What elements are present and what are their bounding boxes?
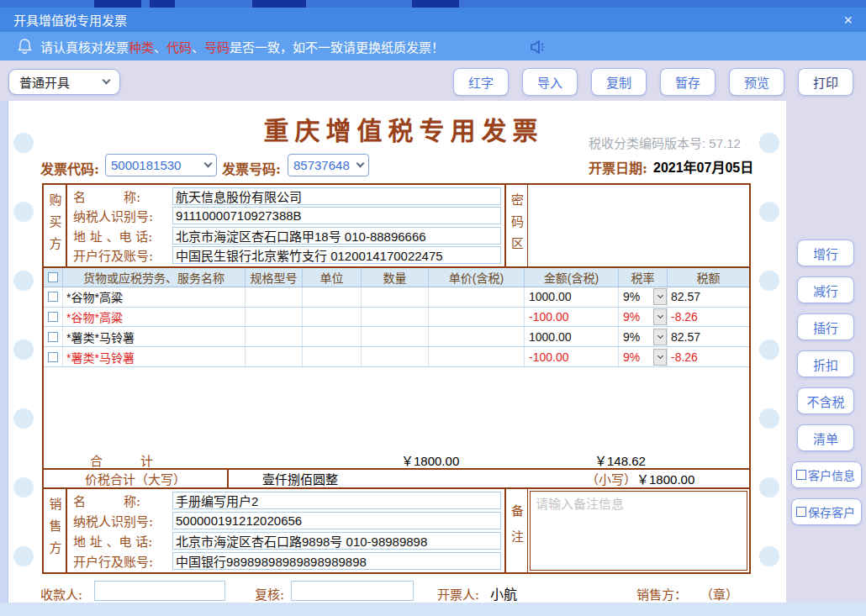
select-all-checkbox[interactable]	[48, 272, 58, 282]
remove-row-button[interactable]: 减行	[797, 276, 854, 303]
buyer-address-input[interactable]	[172, 227, 501, 245]
insert-row-button[interactable]: 插行	[797, 313, 854, 340]
buyer-taxid-label: 纳税人识别号:	[73, 207, 172, 224]
perforation-dot	[13, 271, 34, 291]
buyer-taxid-input[interactable]	[172, 207, 501, 224]
item-tax-cell[interactable]: 82.57	[668, 287, 749, 307]
item-unit-cell[interactable]	[303, 308, 362, 327]
item-tax-cell[interactable]: -8.26	[668, 308, 749, 327]
perforation-dot	[13, 133, 34, 153]
small-value: ￥1800.00	[636, 472, 694, 487]
discount-button[interactable]: 折扣	[797, 350, 854, 377]
print-button[interactable]: 打印	[798, 68, 853, 96]
col-header-spec: 规格型号	[246, 268, 303, 287]
import-button[interactable]: 导入	[522, 68, 578, 96]
row-checkbox[interactable]	[48, 332, 58, 342]
row-checkbox[interactable]	[48, 292, 58, 302]
invoice-number-value: 85737648	[293, 158, 350, 172]
seller-address-input[interactable]	[172, 532, 501, 550]
summary-label: 价税合计（大写）	[85, 470, 186, 487]
dropdown-arrow-icon[interactable]	[653, 349, 667, 366]
save-customer-button[interactable]: 保存客户	[791, 498, 862, 525]
seller-taxid-input[interactable]	[172, 512, 501, 529]
item-qty-cell[interactable]	[362, 327, 429, 346]
list-button[interactable]: 清单	[797, 424, 854, 451]
item-name-cell[interactable]: *谷物*高粱	[63, 287, 246, 307]
item-amount-cell[interactable]: 1000.00	[525, 327, 619, 346]
payee-input[interactable]	[94, 581, 225, 601]
tax-rate-select[interactable]: 9%	[619, 347, 668, 366]
customer-info-label: 客户信息	[808, 466, 855, 483]
issue-mode-select[interactable]: 普通开具	[8, 69, 120, 95]
item-name-cell[interactable]: *薯类*马铃薯	[63, 347, 246, 366]
tax-rate-select[interactable]: 9%	[619, 327, 668, 346]
dropdown-arrow-icon[interactable]	[653, 288, 667, 305]
item-unit-cell[interactable]	[303, 287, 362, 307]
dialog-title: 开具增值税专用发票	[13, 11, 127, 29]
item-tax-cell[interactable]: -8.26	[668, 347, 749, 366]
seller-bank-input[interactable]	[172, 552, 501, 570]
item-row[interactable]: *谷物*高粱 1000.00 9% 82.57	[44, 287, 749, 308]
tax-exclusive-button[interactable]: 不含税	[797, 387, 854, 414]
reviewer-input[interactable]	[291, 581, 414, 601]
perforation-dot	[759, 133, 779, 153]
item-amount-cell[interactable]: -100.00	[525, 347, 619, 366]
chevron-down-icon	[204, 160, 213, 168]
item-unit-cell[interactable]	[303, 327, 362, 346]
red-letter-button[interactable]: 红字	[453, 68, 509, 96]
item-unit-cell[interactable]	[303, 347, 362, 366]
item-row-negative[interactable]: *薯类*马铃薯 -100.00 9% -8.26	[44, 347, 749, 367]
close-icon[interactable]: ×	[843, 13, 853, 28]
item-qty-cell[interactable]	[362, 347, 429, 366]
dropdown-arrow-icon[interactable]	[653, 308, 667, 325]
item-name-cell[interactable]: *谷物*高粱	[63, 308, 246, 327]
remark-textarea[interactable]	[530, 491, 747, 571]
item-spec-cell[interactable]	[246, 347, 303, 366]
dropdown-arrow-icon[interactable]	[653, 329, 667, 345]
item-spec-cell[interactable]	[246, 287, 303, 307]
tax-rate-select[interactable]: 9%	[619, 308, 668, 327]
buyer-name-input[interactable]	[172, 187, 501, 205]
item-amount-cell[interactable]: -100.00	[525, 308, 619, 327]
invoice-code-select[interactable]: 5000181530	[105, 154, 217, 176]
background-window-fragment	[289, 0, 306, 8]
invoice-number-label: 发票号码:	[222, 158, 281, 178]
tax-rate-select[interactable]: 9%	[619, 287, 668, 307]
dialog-titlebar: 开具增值税专用发票 ×	[0, 8, 866, 32]
item-row-negative[interactable]: *谷物*高粱 -100.00 9% -8.26	[44, 308, 749, 328]
password-zone-label-cell: 密码区	[504, 185, 528, 266]
row-checkbox[interactable]	[48, 352, 58, 362]
copy-button[interactable]: 复制	[591, 68, 647, 96]
customer-info-button[interactable]: 客户信息	[791, 461, 862, 488]
item-name-cell[interactable]: *薯类*马铃薯	[63, 327, 246, 346]
item-spec-cell[interactable]	[246, 308, 303, 327]
save-customer-checkbox[interactable]	[796, 507, 806, 517]
summary-row: 价税合计（大写） 壹仟捌佰圆整 （小写）￥1800.00	[44, 468, 749, 489]
item-qty-cell[interactable]	[362, 287, 429, 307]
buyer-bank-input[interactable]	[172, 246, 501, 264]
item-price-cell[interactable]	[429, 308, 525, 327]
item-price-cell[interactable]	[429, 347, 525, 366]
remark-area	[528, 489, 749, 572]
item-tax-cell[interactable]: 82.57	[668, 327, 749, 346]
small-label: （小写）	[586, 472, 636, 487]
invoice-number-select[interactable]: 85737648	[288, 154, 369, 176]
customer-info-checkbox[interactable]	[796, 470, 806, 480]
item-spec-cell[interactable]	[246, 327, 303, 346]
seller-side-label-cell: 销售方	[44, 489, 67, 572]
save-draft-button[interactable]: 暂存	[660, 68, 716, 96]
tax-code-version: 税收分类编码版本号: 57.12	[589, 134, 741, 151]
item-price-cell[interactable]	[429, 327, 525, 346]
item-price-cell[interactable]	[429, 287, 525, 307]
item-qty-cell[interactable]	[362, 308, 429, 327]
seller-taxid-label: 纳税人识别号:	[73, 512, 172, 529]
row-checkbox[interactable]	[48, 312, 58, 322]
preview-button[interactable]: 预览	[729, 68, 784, 96]
col-header-tax: 税额	[668, 268, 749, 287]
item-amount-cell[interactable]: 1000.00	[525, 287, 619, 307]
seller-name-input[interactable]	[172, 492, 501, 509]
seller-bank-label: 开户行及账号:	[73, 552, 172, 570]
item-row[interactable]: *薯类*马铃薯 1000.00 9% 82.57	[44, 327, 749, 347]
perforation-dot	[13, 477, 34, 498]
add-row-button[interactable]: 增行	[797, 240, 854, 266]
